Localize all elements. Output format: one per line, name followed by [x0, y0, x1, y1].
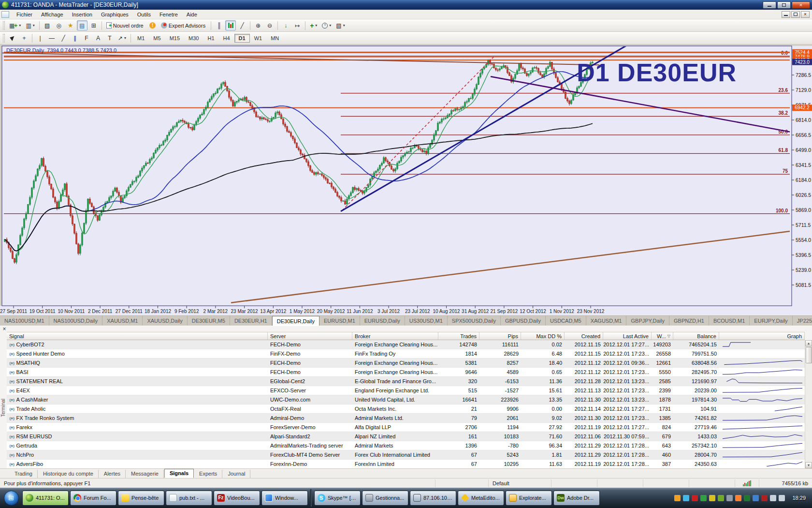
signal-row-gertruda[interactable]: ((●))GertrudaAdmiralMarkets-Trading serv… — [7, 441, 805, 450]
antivirus-tray-icon[interactable] — [700, 495, 707, 501]
chart-area[interactable]: 0.023.638.250.061.875100.0D1 DE30EUR7286… — [0, 45, 812, 315]
symbol-tab-us30usd-m1[interactable]: US30USD,M1 — [405, 316, 448, 326]
status-profile[interactable]: Default — [488, 479, 551, 487]
auto-scroll-button[interactable]: ↓ — [280, 20, 291, 30]
screen-tray-icon[interactable] — [744, 495, 750, 501]
adobe-tray-icon[interactable] — [692, 495, 698, 501]
timeframe-h4[interactable]: H4 — [219, 34, 234, 43]
line-chart-button[interactable]: ╱ — [237, 20, 247, 30]
terminal-tab-experts[interactable]: Experts — [194, 470, 222, 478]
data-window-button[interactable]: ⊞ — [88, 20, 99, 30]
bar-chart-button[interactable]: ║ — [214, 20, 224, 30]
signal-row-nchpro[interactable]: ((●))NchProForexClub-MT4 Demo ServerFore… — [7, 450, 805, 460]
column-header-trades[interactable]: Trades — [438, 332, 479, 340]
symbol-tab-xagusd-m1[interactable]: XAGUSD,M1 — [586, 316, 627, 326]
menu-insertion[interactable]: Insertion — [68, 10, 97, 19]
timeframe-w1[interactable]: W1 — [250, 34, 267, 43]
tick-chart-button[interactable]: ▨ — [42, 20, 53, 30]
table-scrollbar[interactable]: ▲ ▼ — [805, 340, 812, 468]
taskbar-button-411731-o[interactable]: 411731: O... — [22, 491, 69, 506]
column-header-max-dd[interactable]: Max DD % — [521, 332, 565, 340]
profiles-button[interactable]: ▥▾ — [24, 20, 36, 30]
mdi-minimize-button[interactable] — [782, 11, 790, 18]
market-watch-button[interactable]: ▤ — [77, 20, 87, 30]
column-header-server[interactable]: Server — [268, 332, 352, 340]
crosshair-button[interactable]: + — [19, 33, 29, 43]
symbol-tab-de30eur-m5[interactable]: DE30EUR,M5 — [188, 316, 230, 326]
taskbar-button-adobe-dr[interactable]: DwAdobe Dr... — [553, 491, 600, 506]
taskbar-button-87-106-108[interactable]: 87.106.108... — [410, 491, 456, 506]
symbol-tab-de30eur-daily[interactable]: DE30EUR,Daily — [272, 316, 319, 326]
taskbar-button-window[interactable]: Window... — [261, 491, 308, 506]
symbol-tab-gbpnzd-h1[interactable]: GBPNZD,H1 — [669, 316, 709, 326]
scroll-up-icon[interactable]: ▲ — [805, 340, 812, 346]
timeframe-h1[interactable]: H1 — [203, 34, 218, 43]
text-button[interactable]: A — [93, 33, 103, 43]
templates-button[interactable]: ▧▾ — [334, 20, 347, 30]
column-header-created[interactable]: Created — [565, 332, 603, 340]
scroll-down-icon[interactable]: ▼ — [805, 462, 812, 468]
taskbar-button-forum-fo[interactable]: Forum Fo... — [70, 491, 116, 506]
label-button[interactable]: T — [104, 33, 115, 43]
menu-fichier[interactable]: Fichier — [12, 10, 37, 19]
timeframe-m15[interactable]: M15 — [165, 34, 184, 43]
symbol-tab-xauusd-daily[interactable]: XAUUSD,Daily — [143, 316, 187, 326]
column-header-broker[interactable]: Broker — [352, 332, 438, 340]
terminal-tab-journal[interactable]: Journal — [223, 470, 250, 478]
menu-graphiques[interactable]: Graphiques — [97, 10, 133, 19]
timeframe-m30[interactable]: M30 — [184, 34, 203, 43]
symbol-tab-jp225usd-i[interactable]: JP225USD,I — [793, 316, 812, 326]
terminal-tab-alertes[interactable]: Alertes — [99, 470, 126, 478]
column-header-pips[interactable]: Pips — [479, 332, 521, 340]
signal-row-statement-real[interactable]: ((●))STATEMENT REALEGlobal-Cent2E-Global… — [7, 377, 805, 386]
taskbar-button-pense-b-te[interactable]: Pense-bête — [118, 491, 164, 506]
candlestick-chart-button[interactable] — [225, 20, 236, 30]
signal-row-trade-aholic[interactable]: ((●))Trade AholicOctaFX-RealOcta Markets… — [7, 404, 805, 414]
toolbar-grip[interactable] — [3, 34, 5, 43]
toolbar-grip[interactable] — [3, 21, 5, 30]
fibonacci-button[interactable]: F — [81, 33, 92, 43]
signal-row-farekx[interactable]: ((●))FarekxForexServer-DemoAlfa Digital … — [7, 423, 805, 432]
signal-row-cyberbot2[interactable]: ((●))CyberBOT2FECH-DemoForeign Exchange … — [7, 340, 805, 349]
zoom-out-button[interactable]: ⊖ — [264, 20, 275, 30]
timeframe-d1[interactable]: D1 — [234, 34, 250, 43]
crosshair-target-button[interactable]: ◎ — [54, 20, 64, 30]
column-header-graph[interactable]: Graph — [719, 332, 805, 340]
symbol-tab-eurusd-daily[interactable]: EURUSD,Daily — [360, 316, 405, 326]
volume-tray-icon[interactable] — [779, 495, 785, 501]
close-terminal-icon[interactable]: × — [1, 327, 7, 331]
symbol-tab-bcousd-m1[interactable]: BCOUSD,M1 — [709, 316, 750, 326]
taskbar-button-pub-txt[interactable]: pub.txt - ... — [166, 491, 212, 506]
trendline-button[interactable]: ╱ — [58, 33, 69, 43]
taskbar-button-explorate[interactable]: Explorate... — [506, 491, 552, 506]
zoom-in-button[interactable]: ⊕ — [253, 20, 263, 30]
app-tray-icon[interactable] — [753, 495, 759, 501]
terminal-tab-historique-du-compte[interactable]: Historique du compte — [38, 470, 99, 478]
expert-advisors-button[interactable]: Expert Advisors — [159, 20, 208, 30]
signal-row-rsm-eurusd[interactable]: ((●))RSM EURUSDAlpari-Standard2Alpari NZ… — [7, 432, 805, 441]
channel-button[interactable]: ∥ — [70, 33, 80, 43]
column-header-last-active[interactable]: Last Active — [603, 332, 652, 340]
timeframe-mn[interactable]: MN — [266, 34, 283, 43]
close-button[interactable]: × — [792, 1, 810, 9]
indicators-button[interactable]: +▾ — [308, 20, 319, 30]
network-tray-icon[interactable] — [770, 495, 776, 501]
timeframe-m5[interactable]: M5 — [149, 34, 165, 43]
signal-row-basi[interactable]: ((●))BASIFECH-DemoForeign Exchange Clear… — [7, 368, 805, 377]
mdi-restore-button[interactable] — [791, 11, 800, 18]
symbol-tab-nas100usd-daily[interactable]: NAS100USD,Daily — [49, 316, 103, 326]
signal-row-adversfibo[interactable]: ((●))AdversFiboForexInn-DemoForexInn Lim… — [7, 460, 805, 468]
favorites-button[interactable]: ★ — [65, 20, 76, 30]
signal-row-fx-trade-ronko-system[interactable]: ((●))FX Trade Ronko SystemAdmiral-DemoAd… — [7, 414, 805, 423]
terminal-tab-signals[interactable]: Signals — [164, 469, 194, 478]
terminal-tab-messagerie[interactable]: Messagerie — [126, 470, 164, 478]
taskbar-button-metaedito[interactable]: MetaEdito... — [458, 491, 504, 506]
column-header-signal[interactable]: Signal — [7, 332, 268, 340]
mdi-close-button[interactable]: × — [801, 11, 810, 18]
signal-row-a-cashmaker[interactable]: ((●))A CashMakerUWC-Demo.comUnited World… — [7, 395, 805, 404]
timeframe-m1[interactable]: M1 — [133, 34, 149, 43]
taskbar-button-gestionna[interactable]: Gestionna... — [362, 491, 408, 506]
signal-row-msathiq[interactable]: ((●))MSATHIQFECH-DemoForeign Exchange Cl… — [7, 359, 805, 368]
scrollbar-thumb[interactable] — [806, 347, 812, 363]
usb-tray-icon[interactable] — [726, 495, 733, 501]
